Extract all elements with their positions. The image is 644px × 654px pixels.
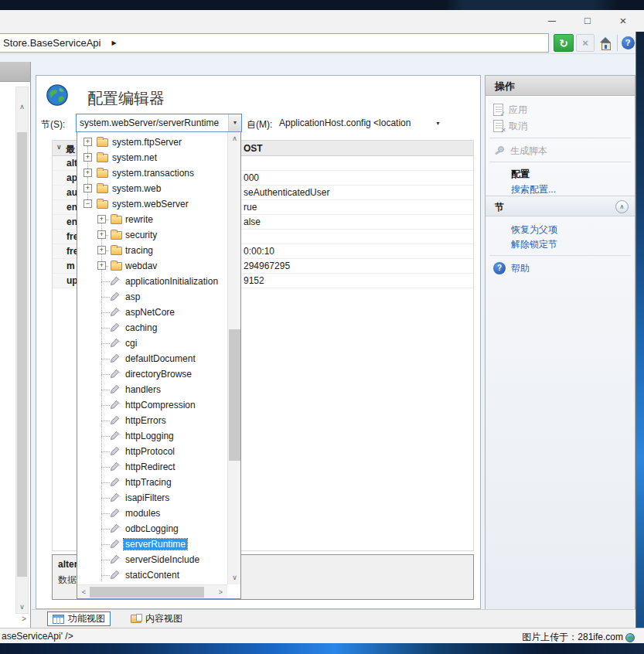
search-config-link[interactable]: 搜索配置... (511, 182, 556, 197)
generate-script-action[interactable]: 生成脚本 (493, 143, 547, 158)
tree-item[interactable]: −system.webServer (77, 196, 227, 212)
home-button[interactable] (596, 34, 615, 52)
tree-item-label: tracing (125, 245, 153, 256)
pencil-icon (110, 492, 120, 505)
tree-item-label: cgi (125, 338, 137, 349)
cancel-action[interactable]: × 取消 (493, 118, 527, 134)
stop-icon: × (582, 37, 588, 49)
tree-item-label: httpProtocol (125, 446, 175, 457)
scroll-up-icon[interactable]: ∧ (229, 133, 240, 145)
tree-item[interactable]: httpRedirect (77, 459, 227, 475)
grid-header-right-text: OST (244, 143, 263, 154)
scrollbar-thumb[interactable] (17, 132, 27, 577)
folder-icon (97, 138, 108, 147)
tree-item[interactable]: staticContent (77, 567, 227, 583)
tree-item[interactable]: +security (77, 227, 227, 243)
breadcrumb-arrow-icon[interactable]: ▶ (111, 39, 116, 46)
tree-expander-icon[interactable]: − (83, 199, 92, 208)
tree-item[interactable]: cgi (77, 336, 227, 351)
refresh-button[interactable]: ↻ (554, 34, 574, 52)
tree-item[interactable]: +tracing (77, 243, 227, 258)
tree-item[interactable]: httpTracing (77, 475, 227, 490)
tree-item[interactable]: serverRuntime (77, 536, 227, 552)
stop-button[interactable]: × (576, 34, 595, 52)
tree-item[interactable]: httpLogging (77, 428, 227, 444)
scroll-down-icon[interactable]: ∨ (229, 572, 240, 584)
maximize-button[interactable]: □ (574, 10, 601, 32)
scrollbar-thumb[interactable] (90, 587, 204, 598)
from-combobox-caret-icon[interactable]: ▼ (435, 121, 441, 126)
pencil-icon (110, 570, 120, 582)
tree-item-label: httpRedirect (125, 462, 175, 472)
minimize-button[interactable]: ─ (538, 10, 566, 32)
category-collapse-icon[interactable]: ∨ (56, 143, 62, 151)
scroll-up-icon[interactable]: ∧ (16, 101, 28, 113)
from-combobox-value: ApplicationHost.config <location (276, 118, 431, 128)
scrollbar-thumb[interactable] (229, 329, 240, 461)
tree-item-label: webdav (125, 261, 157, 271)
tree-item[interactable]: +system.transactions (77, 165, 227, 181)
section-combobox-caret-icon[interactable]: ▼ (228, 114, 241, 131)
section-combobox[interactable]: system.webServer/serverRuntime ▼ (76, 114, 242, 132)
revert-parent-link[interactable]: 恢复为父项 (511, 222, 557, 237)
tree-item[interactable]: +system.ftpServer (77, 135, 227, 150)
tree-item[interactable]: modules (77, 506, 227, 521)
property-value: 0:00:10 (244, 246, 274, 257)
tree-item[interactable]: httpProtocol (77, 444, 227, 459)
unlock-section-link[interactable]: 解除锁定节 (511, 237, 557, 252)
close-button[interactable]: × (609, 10, 637, 32)
tree-item[interactable]: +system.net (77, 150, 227, 165)
tree-vscrollbar[interactable]: ∧ ∨ (227, 132, 240, 584)
tree-expander-icon[interactable]: + (97, 261, 106, 270)
tree-item[interactable] (77, 583, 227, 584)
section-dropdown-panel: +system.ftpServer+system.net+system.tran… (77, 131, 241, 599)
tree-hscrollbar[interactable]: < > (77, 584, 227, 598)
top-window-strip (0, 0, 644, 10)
tree-item[interactable]: httpErrors (77, 413, 227, 428)
tab-features-view[interactable]: 功能视图 (47, 611, 111, 626)
tree-item[interactable]: odbcLogging (77, 521, 227, 536)
tree-item[interactable]: directoryBrowse (77, 366, 227, 382)
help-icon: ? (622, 36, 635, 49)
watermark-globe-icon (625, 633, 635, 642)
connections-vscrollbar[interactable]: ∧ ∨ (15, 87, 29, 614)
tree-expander-icon[interactable]: + (97, 246, 106, 254)
collapse-section-button[interactable]: ∧ (615, 200, 629, 213)
tree-expander-icon[interactable]: + (97, 230, 106, 239)
help-action[interactable]: ? 帮助 (493, 261, 530, 276)
tree-item[interactable]: isapiFilters (77, 490, 227, 506)
tree-item[interactable]: aspNetCore (77, 305, 227, 320)
tree-item[interactable]: caching (77, 320, 227, 336)
tree-item[interactable]: handlers (77, 382, 227, 397)
section-combobox-value: system.webServer/serverRuntime (77, 118, 226, 128)
tree-expander-icon[interactable]: + (83, 169, 92, 177)
tree-item[interactable]: +webdav (77, 258, 227, 274)
address-bar[interactable]: Store.BaseServiceApi ▶ (0, 33, 549, 53)
apply-action[interactable]: ✓ 应用 (493, 102, 527, 118)
tree-item-label: isapiFilters (125, 492, 169, 503)
scroll-right-icon[interactable]: > (19, 614, 29, 625)
tree-item[interactable]: +rewrite (77, 212, 227, 227)
scroll-left-icon[interactable]: < (78, 587, 90, 598)
tab-content-view[interactable]: 内容视图 (126, 611, 187, 626)
help-button[interactable]: ? (619, 34, 636, 52)
scroll-down-icon[interactable]: ∨ (16, 601, 28, 613)
config-group-header: 配置 (511, 166, 530, 182)
tree-item[interactable]: +system.web (77, 181, 227, 196)
tree-item-label: applicationInitialization (125, 276, 218, 287)
from-combobox[interactable]: ApplicationHost.config <location ▼ (276, 114, 454, 132)
section-tree: +system.ftpServer+system.net+system.tran… (77, 132, 227, 584)
tree-item[interactable]: asp (77, 289, 227, 305)
scroll-right-icon[interactable]: > (215, 587, 227, 598)
tree-expander-icon[interactable]: + (83, 138, 92, 146)
tree-item[interactable]: httpCompression (77, 397, 227, 413)
tree-expander-icon[interactable]: + (83, 153, 92, 162)
tree-expander-icon[interactable]: + (83, 184, 92, 192)
tree-item-label: system.web (112, 183, 161, 194)
cancel-label: 取消 (509, 120, 527, 133)
tree-item[interactable]: serverSideInclude (77, 552, 227, 567)
watermark-text: 图片上传于：281ife.com (522, 631, 623, 644)
tree-expander-icon[interactable]: + (97, 215, 106, 223)
tree-item[interactable]: defaultDocument (77, 351, 227, 366)
tree-item[interactable]: applicationInitialization (77, 274, 227, 289)
